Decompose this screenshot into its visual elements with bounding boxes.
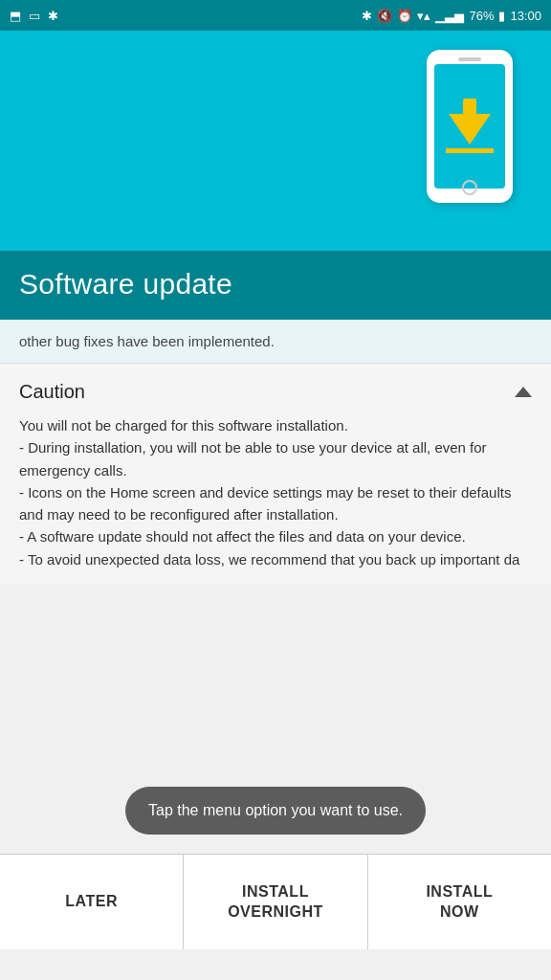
chevron-up-icon[interactable] [515,387,532,397]
status-left-icons: ⬒ ▭ ✱ [10,9,58,23]
tooltip-overlay: Tap the menu option you want to use. [125,787,426,835]
image-icon: ▭ [29,9,40,23]
status-right-icons: ✱ 🔇 ⏰ ▾▴ ▁▃▅ 76% ▮ 13:00 [362,9,541,23]
signal-icon: ▁▃▅ [435,9,464,23]
page-title: Software update [19,268,532,301]
download-icon [446,100,494,153]
info-text: other bug fixes have been implemented. [19,333,275,349]
title-section: Software update [0,251,551,320]
phone-body [427,50,513,203]
header-area [0,31,551,251]
phone-home-button [462,180,477,195]
caution-title: Caution [19,381,85,403]
caution-section: Caution You will not be charged for this… [0,364,551,584]
caution-header[interactable]: Caution [19,364,532,414]
battery-level: 76% [469,9,494,23]
bluetooth-icon: ✱ [362,9,372,23]
install-now-button[interactable]: INSTALLNOW [368,855,551,949]
battery-icon: ▮ [498,9,505,23]
main-content: ⬒ ▭ ✱ ✱ 🔇 ⏰ ▾▴ ▁▃▅ 76% ▮ 13:00 [0,0,551,949]
status-bar: ⬒ ▭ ✱ ✱ 🔇 ⏰ ▾▴ ▁▃▅ 76% ▮ 13:00 [0,0,551,31]
settings-icon: ✱ [48,9,58,23]
alarm-icon: ⏰ [397,9,412,23]
install-overnight-button[interactable]: INSTALLOVERNIGHT [184,855,367,949]
bottom-buttons: LATER INSTALLOVERNIGHT INSTALLNOW [0,854,551,949]
screen-cast-icon: ⬒ [10,9,21,23]
phone-screen [434,64,505,189]
volume-mute-icon: 🔇 [377,9,392,23]
phone-speaker [458,57,481,61]
later-button[interactable]: LATER [0,855,184,949]
info-banner: other bug fixes have been implemented. [0,320,551,364]
caution-body: You will not be charged for this softwar… [19,414,532,584]
tooltip-text: Tap the menu option you want to use. [148,802,403,818]
wifi-icon: ▾▴ [417,9,430,23]
time: 13:00 [510,9,541,23]
phone-illustration [427,50,522,222]
